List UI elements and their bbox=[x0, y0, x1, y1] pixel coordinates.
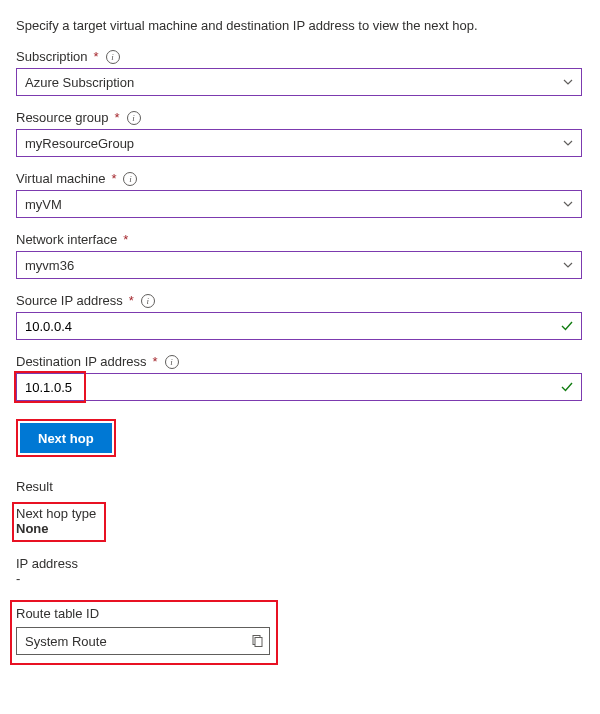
info-icon[interactable]: i bbox=[123, 172, 137, 186]
subscription-value: Azure Subscription bbox=[25, 75, 134, 90]
highlight-annotation: Next hop bbox=[16, 419, 116, 457]
highlight-annotation: Route table ID System Route bbox=[10, 600, 278, 665]
network-interface-label: Network interface bbox=[16, 232, 117, 247]
required-asterisk: * bbox=[123, 232, 128, 247]
info-icon[interactable]: i bbox=[106, 50, 120, 64]
required-asterisk: * bbox=[94, 49, 99, 64]
field-source-ip: Source IP address * i bbox=[16, 293, 584, 340]
subscription-select[interactable]: Azure Subscription bbox=[16, 68, 582, 96]
destination-ip-label: Destination IP address bbox=[16, 354, 147, 369]
source-ip-label: Source IP address bbox=[16, 293, 123, 308]
field-resource-group: Resource group * i myResourceGroup bbox=[16, 110, 584, 157]
virtual-machine-label: Virtual machine bbox=[16, 171, 105, 186]
route-table-id-box: System Route bbox=[16, 627, 270, 655]
network-interface-select[interactable]: myvm36 bbox=[16, 251, 582, 279]
subscription-label: Subscription bbox=[16, 49, 88, 64]
required-asterisk: * bbox=[111, 171, 116, 186]
info-icon[interactable]: i bbox=[127, 111, 141, 125]
page-description: Specify a target virtual machine and des… bbox=[16, 18, 584, 33]
resource-group-value: myResourceGroup bbox=[25, 136, 134, 151]
network-interface-value: myvm36 bbox=[25, 258, 74, 273]
field-subscription: Subscription * i Azure Subscription bbox=[16, 49, 584, 96]
source-ip-input[interactable] bbox=[16, 312, 582, 340]
virtual-machine-select[interactable]: myVM bbox=[16, 190, 582, 218]
copy-icon[interactable] bbox=[250, 634, 264, 648]
field-destination-ip: Destination IP address * i bbox=[16, 354, 584, 401]
info-icon[interactable]: i bbox=[165, 355, 179, 369]
ip-address-value: - bbox=[16, 571, 584, 586]
info-icon[interactable]: i bbox=[141, 294, 155, 308]
field-virtual-machine: Virtual machine * i myVM bbox=[16, 171, 584, 218]
route-table-id-label: Route table ID bbox=[16, 606, 270, 621]
svg-rect-1 bbox=[255, 638, 262, 647]
ip-address-label: IP address bbox=[16, 556, 584, 571]
highlight-annotation: Next hop type None bbox=[12, 502, 106, 542]
required-asterisk: * bbox=[153, 354, 158, 369]
next-hop-type-label: Next hop type bbox=[16, 506, 96, 521]
next-hop-type-value: None bbox=[16, 521, 96, 536]
result-section: Result Next hop type None IP address - R… bbox=[16, 479, 584, 665]
next-hop-button[interactable]: Next hop bbox=[20, 423, 112, 453]
resource-group-label: Resource group bbox=[16, 110, 109, 125]
required-asterisk: * bbox=[115, 110, 120, 125]
result-heading: Result bbox=[16, 479, 584, 494]
resource-group-select[interactable]: myResourceGroup bbox=[16, 129, 582, 157]
virtual-machine-value: myVM bbox=[25, 197, 62, 212]
field-network-interface: Network interface * myvm36 bbox=[16, 232, 584, 279]
route-table-id-value: System Route bbox=[25, 634, 107, 649]
destination-ip-input[interactable] bbox=[16, 373, 582, 401]
required-asterisk: * bbox=[129, 293, 134, 308]
